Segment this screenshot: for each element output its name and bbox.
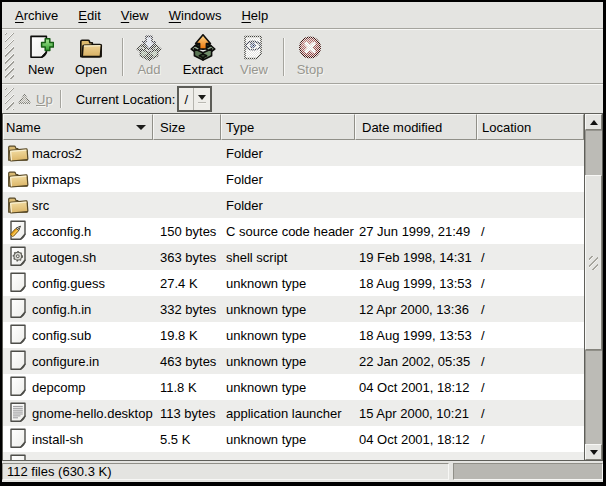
cell-type: Folder bbox=[221, 166, 355, 192]
toolbar-icon-svg bbox=[190, 34, 216, 61]
file-icon-svg bbox=[6, 142, 30, 164]
stop-button[interactable]: Stop bbox=[285, 34, 335, 80]
table-row-gnome-hello.desktop[interactable]: gnome-hello.desktop 113 bytes applicatio… bbox=[3, 400, 584, 426]
file-icon-svg bbox=[6, 272, 30, 294]
up-button[interactable]: Up bbox=[18, 92, 53, 107]
menu-item-label: Edit bbox=[78, 8, 100, 23]
cell-type: unknown type bbox=[221, 270, 355, 296]
scrollbar-trough[interactable] bbox=[585, 130, 602, 444]
toolbar-drag-handle[interactable] bbox=[5, 33, 14, 79]
table-row-partial[interactable] bbox=[3, 452, 584, 460]
cell-location bbox=[477, 452, 584, 460]
menu-item-view[interactable]: View bbox=[111, 2, 159, 28]
toolbar-icon-svg bbox=[241, 34, 267, 61]
cell-date-modified bbox=[355, 140, 477, 166]
open-archive-icon bbox=[78, 34, 104, 61]
new-archive-icon bbox=[28, 34, 54, 61]
cell-date-modified: 27 Jun 1999, 21:49 bbox=[355, 218, 477, 244]
cell-name: pixmaps bbox=[3, 166, 153, 192]
cell-size: 11.8 K bbox=[153, 374, 221, 400]
launcher-file-icon bbox=[6, 402, 30, 424]
location-combobox-button[interactable] bbox=[194, 88, 210, 110]
table-row-install-sh[interactable]: install-sh 5.5 K unknown type 04 Oct 200… bbox=[3, 426, 584, 452]
menu-item-edit[interactable]: Edit bbox=[68, 2, 110, 28]
treeview: Name Size Type Date modified Location ma… bbox=[3, 114, 584, 460]
column-header-location[interactable]: Location bbox=[477, 114, 584, 140]
file-icon-svg bbox=[6, 428, 30, 450]
location-combobox[interactable]: / bbox=[177, 86, 212, 112]
cell-date-modified: 04 Oct 2001, 18:12 bbox=[355, 374, 477, 400]
table-row-src[interactable]: src Folder bbox=[3, 192, 584, 218]
scrollbar-up-button[interactable] bbox=[585, 114, 602, 130]
cell-size: 5.5 K bbox=[153, 426, 221, 452]
table-row-config.h.in[interactable]: config.h.in 332 bytes unknown type 12 Ap… bbox=[3, 296, 584, 322]
file-rows: macros2 Folder pixmaps Folder src Folder… bbox=[3, 140, 584, 460]
scrollbar-down-button[interactable] bbox=[585, 444, 602, 460]
up-button-label: Up bbox=[36, 92, 53, 107]
toolbar-icon-svg bbox=[136, 34, 162, 61]
cell-location bbox=[477, 166, 584, 192]
menubar: Archive Edit View Windows Help bbox=[2, 2, 603, 28]
file-name-label: autogen.sh bbox=[32, 250, 96, 265]
cell-name: src bbox=[3, 192, 153, 218]
cell-size: 363 bytes bbox=[153, 244, 221, 270]
plain-file-icon bbox=[6, 454, 30, 460]
cell-location: / bbox=[477, 270, 584, 296]
cell-type: C source code header bbox=[221, 218, 355, 244]
column-header-name[interactable]: Name bbox=[3, 114, 153, 140]
new-button[interactable]: New bbox=[16, 34, 66, 80]
add-button[interactable]: Add bbox=[124, 34, 174, 80]
extract-icon bbox=[190, 34, 216, 61]
menu-item-windows[interactable]: Windows bbox=[159, 2, 232, 28]
open-button[interactable]: Open bbox=[66, 34, 116, 80]
view-button[interactable]: View bbox=[230, 34, 278, 80]
statusbar: 112 files (630.3 K) bbox=[2, 461, 603, 482]
stop-icon bbox=[297, 34, 323, 61]
up-triangle-svg bbox=[18, 93, 31, 105]
cell-size: 19.8 K bbox=[153, 322, 221, 348]
scrollbar-thumb[interactable] bbox=[585, 175, 602, 350]
cell-location: / bbox=[477, 374, 584, 400]
cell-size: 463 bytes bbox=[153, 348, 221, 374]
table-row-depcomp[interactable]: depcomp 11.8 K unknown type 04 Oct 2001,… bbox=[3, 374, 584, 400]
cell-size: 27.4 K bbox=[153, 270, 221, 296]
plain-file-icon bbox=[6, 428, 30, 450]
cell-name: config.h.in bbox=[3, 296, 153, 322]
file-icon-svg bbox=[6, 168, 30, 190]
table-row-pixmaps[interactable]: pixmaps Folder bbox=[3, 166, 584, 192]
cell-date-modified: 19 Feb 1998, 14:31 bbox=[355, 244, 477, 270]
table-row-macros2[interactable]: macros2 Folder bbox=[3, 140, 584, 166]
chevron-down-icon bbox=[198, 95, 206, 100]
file-name-label: src bbox=[32, 198, 49, 213]
location-combobox-value: / bbox=[179, 88, 194, 110]
file-icon-svg bbox=[6, 220, 30, 242]
menu-item-archive[interactable]: Archive bbox=[5, 2, 68, 28]
vertical-scrollbar bbox=[584, 114, 602, 460]
column-header-label: Type bbox=[226, 120, 254, 135]
menu-item-help[interactable]: Help bbox=[231, 2, 278, 28]
table-row-autogen.sh[interactable]: autogen.sh 363 bytes shell script 19 Feb… bbox=[3, 244, 584, 270]
location-bar-drag-handle[interactable] bbox=[5, 88, 14, 110]
cell-size: 332 bytes bbox=[153, 296, 221, 322]
cell-name: depcomp bbox=[3, 374, 153, 400]
cell-date-modified: 18 Aug 1999, 13:53 bbox=[355, 270, 477, 296]
table-row-config.sub[interactable]: config.sub 19.8 K unknown type 18 Aug 19… bbox=[3, 322, 584, 348]
status-progress-area bbox=[453, 463, 603, 480]
table-row-acconfig.h[interactable]: acconfig.h 150 bytes C source code heade… bbox=[3, 218, 584, 244]
table-row-config.guess[interactable]: config.guess 27.4 K unknown type 18 Aug … bbox=[3, 270, 584, 296]
cell-type: unknown type bbox=[221, 296, 355, 322]
file-name-label: macros2 bbox=[32, 146, 82, 161]
cell-name: configure.in bbox=[3, 348, 153, 374]
menu-item-label: Archive bbox=[15, 8, 58, 23]
column-header-date-modified[interactable]: Date modified bbox=[355, 114, 477, 140]
table-row-configure.in[interactable]: configure.in 463 bytes unknown type 22 J… bbox=[3, 348, 584, 374]
column-header-type[interactable]: Type bbox=[221, 114, 355, 140]
file-icon-svg bbox=[6, 246, 30, 268]
file-icon-svg bbox=[6, 194, 30, 216]
toolbar-button-label: Add bbox=[137, 62, 160, 77]
column-header-size[interactable]: Size bbox=[153, 114, 221, 140]
plain-file-icon bbox=[6, 324, 30, 346]
extract-button[interactable]: Extract bbox=[176, 34, 230, 80]
cell-type: unknown type bbox=[221, 322, 355, 348]
cell-location: / bbox=[477, 426, 584, 452]
